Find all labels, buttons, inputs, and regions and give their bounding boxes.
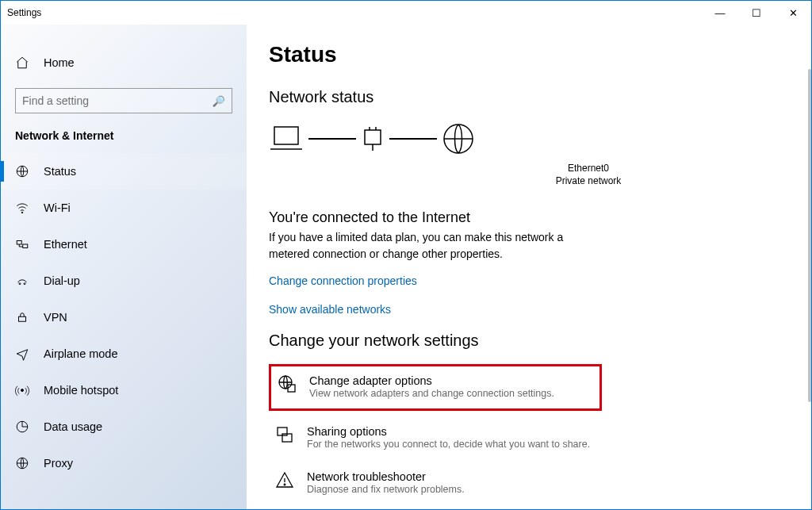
- diagram-caption: Ethernet0 Private network: [366, 162, 811, 187]
- vertical-scrollbar[interactable]: [806, 25, 811, 509]
- data-usage-icon: [15, 420, 29, 434]
- sidebar-item-airplane[interactable]: Airplane mode: [1, 336, 247, 372]
- sidebar-item-label: Airplane mode: [44, 347, 118, 360]
- setting-title: Change adapter options: [309, 374, 554, 387]
- page-title: Status: [269, 42, 811, 67]
- status-icon: [15, 164, 29, 178]
- settings-window: Settings — ☐ ✕ Home 🔍 Network & Internet: [0, 0, 812, 510]
- search-input[interactable]: [22, 94, 213, 107]
- connected-desc: If you have a limited data plan, you can…: [269, 229, 586, 262]
- sidebar-item-proxy[interactable]: Proxy: [1, 445, 247, 481]
- sidebar-item-label: Data usage: [44, 420, 102, 433]
- svg-point-17: [284, 484, 285, 485]
- ethernet-icon: [15, 237, 29, 251]
- setting-desc: Diagnose and fix network problems.: [307, 483, 465, 497]
- wifi-icon: [15, 201, 29, 215]
- svg-point-4: [19, 283, 21, 285]
- sidebar-item-hotspot[interactable]: Mobile hotspot: [1, 372, 247, 408]
- sidebar-item-label: Status: [44, 165, 76, 178]
- svg-rect-14: [288, 385, 295, 392]
- setting-title: Sharing options: [307, 425, 590, 438]
- sidebar-item-label: Dial-up: [44, 274, 80, 287]
- sharing-options[interactable]: Sharing options For the networks you con…: [269, 420, 602, 456]
- sidebar-item-status[interactable]: Status: [1, 153, 247, 190]
- close-button[interactable]: ✕: [775, 1, 811, 25]
- home-icon: [15, 56, 29, 70]
- network-diagram: [269, 122, 811, 155]
- globe-icon: [442, 122, 475, 155]
- minimize-button[interactable]: —: [702, 1, 738, 25]
- globe-adapter-icon: [278, 374, 297, 393]
- svg-point-1: [21, 212, 23, 213]
- change-connection-properties-link[interactable]: Change connection properties: [269, 274, 811, 287]
- search-icon: 🔍: [213, 95, 225, 107]
- adapter-icon: [361, 125, 385, 152]
- laptop-icon: [269, 124, 304, 154]
- airplane-icon: [15, 347, 29, 361]
- sidebar-item-label: Ethernet: [44, 238, 87, 251]
- network-troubleshooter[interactable]: Network troubleshooter Diagnose and fix …: [269, 466, 602, 501]
- svg-point-5: [24, 283, 25, 285]
- diagram-connector: [308, 138, 356, 140]
- network-type: Private network: [366, 174, 811, 187]
- vpn-icon: [15, 310, 29, 324]
- diagram-connector: [389, 138, 437, 140]
- svg-rect-2: [17, 241, 21, 245]
- sidebar-item-label: VPN: [44, 311, 67, 324]
- home-label: Home: [44, 56, 75, 69]
- sidebar-item-wifi[interactable]: Wi-Fi: [1, 190, 247, 226]
- show-available-networks-link[interactable]: Show available networks: [269, 303, 811, 316]
- status-heading: Network status: [269, 88, 811, 106]
- window-title: Settings: [7, 7, 41, 18]
- content-area: Status Network status Ethernet0 Private …: [247, 25, 811, 509]
- setting-title: Network troubleshooter: [307, 470, 465, 483]
- dialup-icon: [15, 274, 29, 288]
- sidebar-item-label: Proxy: [44, 457, 73, 470]
- change-adapter-options[interactable]: Change adapter options View network adap…: [269, 364, 602, 411]
- home-nav[interactable]: Home: [1, 47, 247, 79]
- sidebar-item-vpn[interactable]: VPN: [1, 299, 247, 336]
- setting-desc: For the networks you connect to, decide …: [307, 438, 590, 451]
- sidebar-section-heading: Network & Internet: [1, 125, 247, 153]
- svg-point-7: [21, 389, 24, 392]
- connection-name: Ethernet0: [366, 162, 811, 174]
- svg-rect-3: [23, 244, 28, 248]
- svg-rect-6: [19, 316, 26, 321]
- titlebar: Settings — ☐ ✕: [1, 1, 811, 25]
- hotspot-icon: [15, 383, 29, 397]
- sidebar-item-label: Wi-Fi: [44, 201, 71, 214]
- scrollbar-thumb[interactable]: [808, 69, 811, 402]
- troubleshoot-icon: [275, 470, 294, 489]
- maximize-icon: ☐: [752, 7, 761, 19]
- minimize-icon: —: [715, 7, 726, 19]
- svg-rect-11: [365, 130, 381, 144]
- sidebar-item-dialup[interactable]: Dial-up: [1, 263, 247, 299]
- setting-desc: View network adapters and change connect…: [309, 387, 554, 401]
- svg-rect-10: [274, 127, 298, 144]
- search-box[interactable]: 🔍: [15, 88, 232, 113]
- connected-title: You're connected to the Internet: [269, 209, 811, 226]
- sidebar-item-ethernet[interactable]: Ethernet: [1, 226, 247, 263]
- sharing-icon: [275, 425, 294, 444]
- close-icon: ✕: [789, 7, 798, 19]
- proxy-icon: [15, 456, 29, 470]
- change-settings-heading: Change your network settings: [269, 332, 811, 350]
- maximize-button[interactable]: ☐: [738, 1, 775, 25]
- sidebar-item-datausage[interactable]: Data usage: [1, 408, 247, 445]
- sidebar-item-label: Mobile hotspot: [44, 384, 118, 397]
- sidebar: Home 🔍 Network & Internet Status Wi-Fi E…: [1, 25, 247, 509]
